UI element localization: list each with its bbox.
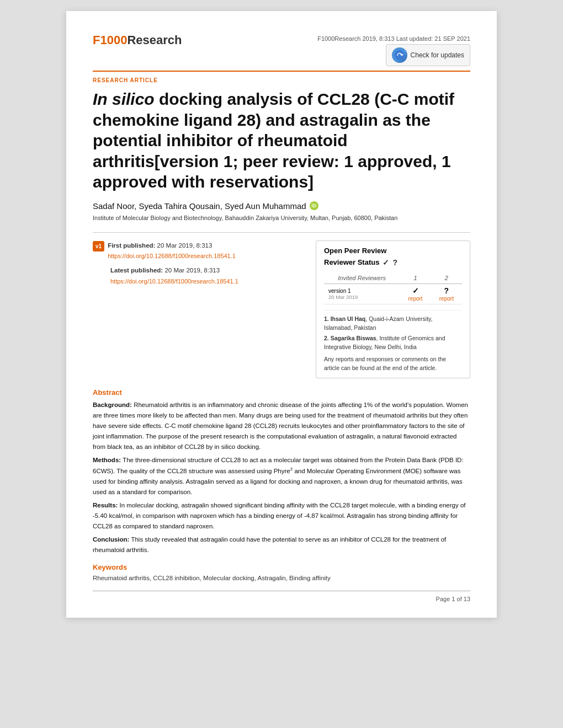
reviewer1-name: 1. Ihsan Ul Haq xyxy=(324,315,365,322)
abstract-heading: Abstract xyxy=(93,388,470,397)
logo-research: Research xyxy=(127,33,182,47)
journal-logo: F1000 Research xyxy=(93,33,182,47)
reviewer-header-row: Invited Reviewers 1 2 xyxy=(324,272,462,284)
background-label: Background: xyxy=(93,402,132,408)
section-label: RESEARCH ARTICLE xyxy=(93,77,470,83)
affiliation: Institute of Molecular Biology and Biote… xyxy=(93,214,470,222)
version1-r1-status: ✓ xyxy=(404,286,426,295)
authors-line: Sadaf Noor, Syeda Tahira Qousain, Syed A… xyxy=(93,201,470,211)
version1-r1-cell: ✓ report xyxy=(400,283,431,304)
reviewer2-num: 2 xyxy=(431,272,462,284)
results-text: In molecular docking, astragalin showed … xyxy=(93,502,465,529)
methods-label: Methods: xyxy=(93,457,121,463)
divider-top xyxy=(93,232,470,233)
page-number: Page 1 of 13 xyxy=(436,596,470,602)
latest-published-label: Latest published: xyxy=(110,267,163,274)
info-row: v1 First published: 20 Mar 2019, 8:313 h… xyxy=(93,240,470,379)
keywords-section: Keywords Rheumatoid arthritis, CCL28 inh… xyxy=(93,563,470,583)
check-updates-button[interactable]: Check for updates xyxy=(386,44,470,66)
background-paragraph: Background: Rheumatoid arthritis is an i… xyxy=(93,400,470,452)
conclusion-paragraph: Conclusion: This study revealed that ast… xyxy=(93,534,470,555)
logo-f1000: F1000 xyxy=(93,33,127,47)
results-label: Results: xyxy=(93,502,118,508)
background-text: Rheumatoid arthritis is an inflammatory … xyxy=(93,402,468,450)
conclusion-text: This study revealed that astragalin coul… xyxy=(93,536,446,553)
first-published-label: First published: xyxy=(108,242,155,249)
methods-paragraph: Methods: The three-dimensional structure… xyxy=(93,455,470,497)
header-right: F1000Research 2019, 8:313 Last updated: … xyxy=(317,33,470,66)
svg-point-0 xyxy=(395,50,405,60)
title-italic: In silico xyxy=(93,90,155,108)
article-title: In silico docking analysis of CCL28 (C-C… xyxy=(93,89,470,192)
reviewer-status-row: Reviewer Status ✓ ? xyxy=(324,258,462,267)
reviewer-status-label: Reviewer Status xyxy=(324,258,379,266)
check-updates-label: Check for updates xyxy=(411,51,464,59)
version-badge: v1 xyxy=(93,241,104,251)
question-mark-icon: ? xyxy=(392,258,397,267)
first-doi-link[interactable]: https://doi.org/10.12688/f1000research.1… xyxy=(108,253,236,259)
reviewer1-num: 1 xyxy=(400,272,431,284)
abstract-section: Abstract Background: Rheumatoid arthriti… xyxy=(93,388,470,555)
latest-published-date: 20 Mar 2019, 8:313 xyxy=(164,267,220,274)
latest-doi-link[interactable]: https://doi.org/10.12688/f1000research.1… xyxy=(110,278,238,285)
methods-text: The three-dimensional structure of CCL28… xyxy=(93,457,464,495)
orcid-icon: iD xyxy=(310,201,318,210)
header: F1000 Research F1000Research 2019, 8:313… xyxy=(93,33,470,72)
version1-r2-status: ? xyxy=(435,286,458,295)
version1-r2-cell: ? report xyxy=(431,283,462,304)
authors-names: Sadaf Noor, Syeda Tahira Qousain, Syed A… xyxy=(93,201,306,211)
conclusion-label: Conclusion: xyxy=(93,536,129,543)
reviewer-notes: 1. Ihsan Ul Haq, Quaid-i-Azam University… xyxy=(324,310,462,373)
publication-info: v1 First published: 20 Mar 2019, 8:313 h… xyxy=(93,240,302,379)
journal-info: F1000Research 2019, 8:313 Last updated: … xyxy=(317,35,470,42)
invited-reviewers-label: Invited Reviewers xyxy=(324,272,400,284)
reviewer-note-text: Any reports and responses or comments on… xyxy=(324,355,462,373)
reviewer2-name: 2. Sagarika Biswas xyxy=(324,335,376,341)
abstract-text: Background: Rheumatoid arthritis is an i… xyxy=(93,400,470,555)
version-row: v1 First published: 20 Mar 2019, 8:313 h… xyxy=(93,240,302,262)
version1-label: version 1 20 Mar 2019 xyxy=(324,283,400,304)
reviewer-table: Invited Reviewers 1 2 version 1 20 Mar 2… xyxy=(324,272,462,304)
version1-r1-report-link[interactable]: report xyxy=(408,296,422,302)
check-mark-icon: ✓ xyxy=(383,258,389,267)
results-paragraph: Results: In molecular docking, astragali… xyxy=(93,500,470,532)
article-page: F1000 Research F1000Research 2019, 8:313… xyxy=(66,11,497,618)
first-published-date: 20 Mar 2019, 8:313 xyxy=(157,242,213,249)
footer: Page 1 of 13 xyxy=(93,591,470,602)
keywords-heading: Keywords xyxy=(93,563,470,571)
version1-row: version 1 20 Mar 2019 ✓ report ? report xyxy=(324,283,462,304)
peer-review-box: Open Peer Review Reviewer Status ✓ ? Inv… xyxy=(316,240,470,379)
version1-date: 20 Mar 2019 xyxy=(328,294,358,300)
check-updates-icon xyxy=(392,47,407,63)
peer-review-title: Open Peer Review xyxy=(324,247,462,255)
keywords-text: Rheumatoid arthritis, CCL28 inhibition, … xyxy=(93,574,470,583)
version1-r2-report-link[interactable]: report xyxy=(439,296,454,302)
